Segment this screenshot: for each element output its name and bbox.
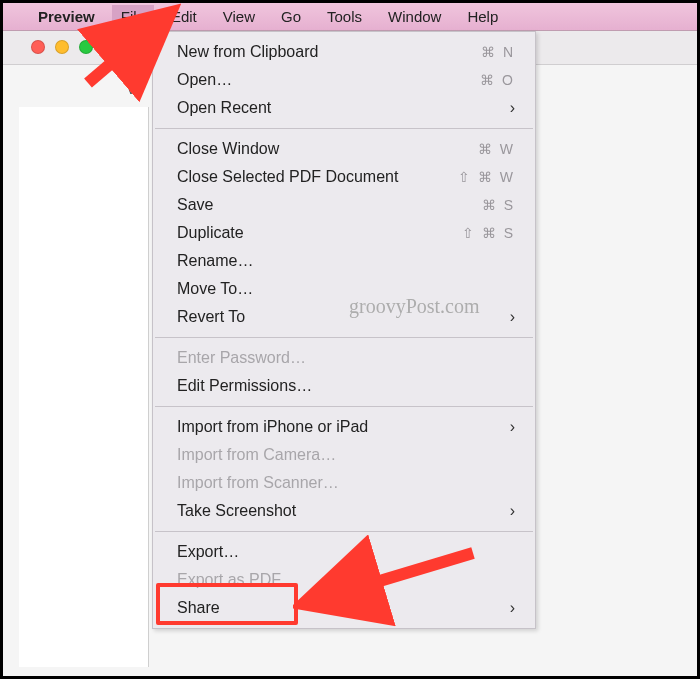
menu-item-export-as-pdf: Export as PDF… [153, 566, 535, 594]
menu-item-label: Open Recent [177, 99, 271, 117]
menubar: Preview File Edit View Go Tools Window H… [3, 3, 697, 31]
menu-item-label: Export… [177, 543, 239, 561]
menu-file[interactable]: File [112, 5, 154, 28]
chevron-right-icon: › [510, 502, 515, 520]
menu-item-shortcut: ⇧ ⌘ W [458, 169, 515, 185]
menu-item-label: New from Clipboard [177, 43, 318, 61]
menu-item-label: Enter Password… [177, 349, 306, 367]
menu-separator [155, 531, 533, 532]
menu-item-shortcut: ⌘ S [482, 197, 515, 213]
app-menu[interactable]: Preview [29, 5, 104, 28]
fullscreen-window-button[interactable] [79, 40, 93, 54]
close-window-button[interactable] [31, 40, 45, 54]
menu-item-label: Import from iPhone or iPad [177, 418, 368, 436]
menu-item-take-screenshot[interactable]: Take Screenshot › [153, 497, 535, 525]
menu-item-shortcut: ⌘ O [480, 72, 515, 88]
menu-item-import-camera: Import from Camera… [153, 441, 535, 469]
menu-item-import-iphone-ipad[interactable]: Import from iPhone or iPad › [153, 413, 535, 441]
menu-item-duplicate[interactable]: Duplicate ⇧ ⌘ S [153, 219, 535, 247]
menu-item-rename[interactable]: Rename… [153, 247, 535, 275]
menu-item-shortcut: ⌘ W [478, 141, 515, 157]
menu-item-new-from-clipboard[interactable]: New from Clipboard ⌘ N [153, 38, 535, 66]
menu-separator [155, 128, 533, 129]
menu-item-move-to[interactable]: Move To… [153, 275, 535, 303]
menu-item-shortcut: ⌘ N [481, 44, 515, 60]
menu-help[interactable]: Help [458, 5, 507, 28]
menu-item-open[interactable]: Open… ⌘ O [153, 66, 535, 94]
menu-item-shortcut: ⇧ ⌘ S [462, 225, 515, 241]
menu-item-label: Import from Scanner… [177, 474, 339, 492]
menu-item-label: Import from Camera… [177, 446, 336, 464]
menu-item-enter-password: Enter Password… [153, 344, 535, 372]
document-sidebar [19, 107, 149, 667]
menu-item-label: Edit Permissions… [177, 377, 312, 395]
menu-item-label: Duplicate [177, 224, 244, 242]
menu-item-revert-to[interactable]: Revert To › [153, 303, 535, 331]
menu-go[interactable]: Go [272, 5, 310, 28]
menu-item-label: Close Selected PDF Document [177, 168, 398, 186]
chevron-right-icon: › [510, 418, 515, 436]
chevron-right-icon: › [510, 599, 515, 617]
traffic-lights [31, 40, 93, 54]
menu-item-label: Save [177, 196, 213, 214]
menu-separator [155, 406, 533, 407]
menu-item-label: Share [177, 599, 220, 617]
toolbar-label: Vi [127, 83, 137, 97]
menu-item-close-selected-pdf[interactable]: Close Selected PDF Document ⇧ ⌘ W [153, 163, 535, 191]
menu-item-label: Rename… [177, 252, 253, 270]
menu-edit[interactable]: Edit [162, 5, 206, 28]
menu-item-label: Revert To [177, 308, 245, 326]
menu-item-label: Move To… [177, 280, 253, 298]
menu-item-label: Export as PDF… [177, 571, 297, 589]
menu-view[interactable]: View [214, 5, 264, 28]
menu-separator [155, 337, 533, 338]
menu-item-import-scanner: Import from Scanner… [153, 469, 535, 497]
menu-tools[interactable]: Tools [318, 5, 371, 28]
menu-item-label: Open… [177, 71, 232, 89]
menu-item-open-recent[interactable]: Open Recent › [153, 94, 535, 122]
menu-item-label: Close Window [177, 140, 279, 158]
menu-window[interactable]: Window [379, 5, 450, 28]
minimize-window-button[interactable] [55, 40, 69, 54]
menu-item-edit-permissions[interactable]: Edit Permissions… [153, 372, 535, 400]
menu-item-export[interactable]: Export… [153, 538, 535, 566]
chevron-right-icon: › [510, 308, 515, 326]
menu-item-close-window[interactable]: Close Window ⌘ W [153, 135, 535, 163]
menu-item-share[interactable]: Share › [153, 594, 535, 622]
menu-item-save[interactable]: Save ⌘ S [153, 191, 535, 219]
menu-item-label: Take Screenshot [177, 502, 296, 520]
file-menu-dropdown: New from Clipboard ⌘ N Open… ⌘ O Open Re… [152, 31, 536, 629]
chevron-right-icon: › [510, 99, 515, 117]
